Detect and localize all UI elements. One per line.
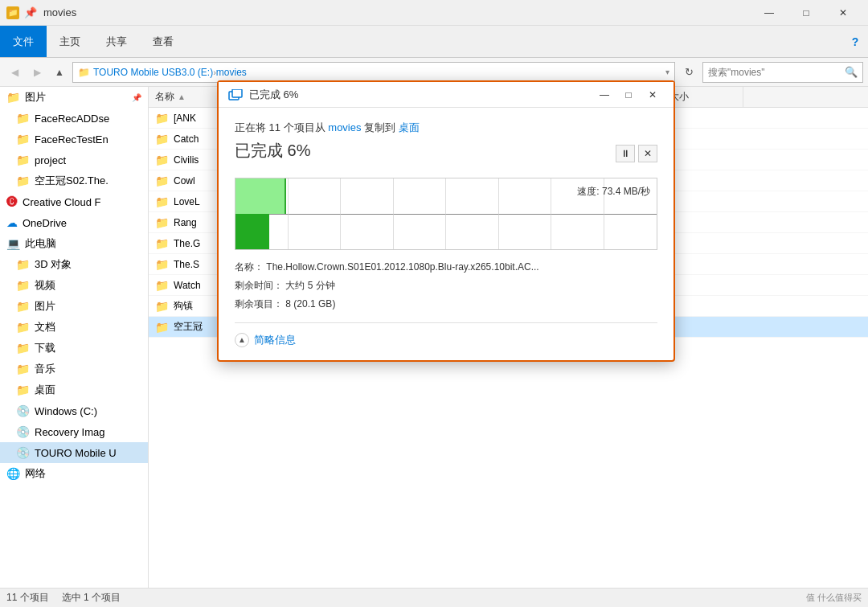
file-name: Watch [174, 280, 201, 291]
forward-button[interactable]: ▶ [27, 63, 47, 82]
sidebar-item-onedrive[interactable]: ☁ OneDrive [0, 212, 148, 233]
sidebar-item-videos[interactable]: 📁 视频 [0, 275, 148, 296]
sidebar-item-label: 下载 [35, 341, 55, 355]
help-button[interactable]: ? [842, 26, 868, 57]
sidebar-item-facerecaddse[interactable]: 📁 FaceRecADDse [0, 108, 148, 129]
dialog-items-row: 剩余项目： 8 (20.1 GB) [235, 297, 657, 312]
progress-bar-bottom [235, 214, 269, 249]
sidebar-item-facerectesten[interactable]: 📁 FaceRecTestEn [0, 129, 148, 150]
folder-icon: 📁 [78, 67, 90, 78]
dialog-title-text: 已完成 6% [249, 88, 593, 102]
address-path-segment1: TOURO Mobile USB3.0 (E:) [93, 67, 213, 78]
address-box[interactable]: 📁 TOURO Mobile USB3.0 (E:) › movies ▾ [72, 62, 675, 83]
pause-button[interactable]: ⏸ [616, 145, 635, 162]
folder-icon: 📁 [155, 154, 169, 166]
sidebar-item-downloads[interactable]: 📁 下载 [0, 338, 148, 359]
selected-info: 选中 1 个项目 [62, 591, 121, 605]
file-name: The.S [174, 259, 199, 270]
dialog-maximize-button[interactable]: □ [617, 86, 640, 104]
tab-share[interactable]: 共享 [93, 26, 140, 57]
back-button[interactable]: ◀ [5, 63, 24, 82]
grid-cell [394, 215, 447, 250]
source-link[interactable]: movies [328, 121, 361, 133]
tab-file[interactable]: 文件 [0, 26, 47, 57]
refresh-button[interactable]: ↻ [678, 62, 699, 83]
sidebar-item-project[interactable]: 📁 project [0, 150, 148, 170]
copy-main-text: 正在将 11 个项目从 [235, 121, 326, 133]
file-name: Rang [174, 217, 197, 228]
sidebar-item-windows-c[interactable]: 💿 Windows (C:) [0, 400, 148, 421]
tab-home-label: 主页 [59, 35, 80, 49]
tab-file-label: 文件 [13, 35, 34, 49]
minimize-button[interactable]: — [751, 0, 788, 26]
sidebar-item-label: 图片 [25, 90, 46, 105]
sidebar-item-images[interactable]: 📁 图片 [0, 296, 148, 317]
drive-icon: 💿 [16, 446, 30, 459]
folder-icon: 📁 [155, 174, 169, 187]
folder-icon: 📁 [155, 258, 169, 271]
maximize-button[interactable]: □ [788, 0, 825, 26]
up-button[interactable]: ▲ [50, 63, 69, 82]
file-name: The.G [174, 238, 200, 249]
grid-cell [289, 178, 342, 215]
file-name: LoveL [174, 196, 200, 207]
folder-icon: 📁 [155, 279, 169, 292]
sidebar: 📁 图片 📌 📁 FaceRecADDse 📁 FaceRecTestEn 📁 … [0, 87, 149, 588]
dialog-filename-row: 名称： The.Hollow.Crown.S01E01.2012.1080p.B… [235, 260, 657, 275]
help-icon: ? [852, 35, 859, 48]
tab-home[interactable]: 主页 [47, 26, 93, 57]
network-icon: 🌐 [6, 467, 20, 480]
file-name: Civilis [174, 154, 199, 166]
sidebar-item-touro[interactable]: 💿 TOURO Mobile U [0, 442, 148, 463]
title-bar-icons: 📁 📌 [6, 6, 37, 19]
grid-cell [604, 215, 657, 250]
col-header-size[interactable]: 大小 [663, 87, 743, 107]
cancel-button[interactable]: ✕ [638, 145, 657, 162]
file-name: 空王冠 [174, 320, 203, 334]
sidebar-item-creative-cloud[interactable]: 🅒 Creative Cloud F [0, 191, 148, 212]
dialog-close-button[interactable]: ✕ [641, 86, 664, 104]
grid-cell [551, 215, 604, 250]
sidebar-item-documents[interactable]: 📁 文档 [0, 317, 148, 338]
speed-label: 速度: 73.4 MB/秒 [577, 185, 650, 199]
dropdown-arrow[interactable]: ▾ [665, 68, 669, 76]
folder-icon: 📁 [16, 342, 30, 355]
search-box[interactable]: 🔍 [702, 62, 863, 83]
pin-icon: 📌 [24, 6, 37, 18]
tab-view[interactable]: 查看 [140, 26, 186, 57]
sidebar-item-label: FaceRecADDse [35, 113, 109, 125]
sidebar-item-label: FaceRecTestEn [35, 133, 108, 146]
sidebar-item-desktop[interactable]: 📁 桌面 [0, 379, 148, 400]
sidebar-item-label: OneDrive [23, 217, 67, 229]
close-button[interactable]: ✕ [825, 0, 862, 26]
dialog-detail-section[interactable]: ▲ 简略信息 [235, 322, 657, 347]
sidebar-item-label: 空王冠S02.The. [35, 174, 108, 188]
dialog-minimize-button[interactable]: — [593, 86, 616, 104]
sidebar-item-label: 此电脑 [25, 236, 56, 251]
window-icon: 📁 [6, 6, 19, 19]
pin-indicator: 📌 [132, 93, 141, 102]
drive-icon: 💿 [16, 404, 30, 417]
sidebar-item-label: 音乐 [35, 362, 55, 376]
folder-icon: 📁 [16, 258, 30, 271]
sidebar-item-kongwang[interactable]: 📁 空王冠S02.The. [0, 170, 148, 191]
address-path-segment2: movies [216, 67, 247, 78]
dest-link[interactable]: 桌面 [399, 121, 420, 133]
progress-bar-top [235, 178, 286, 214]
sort-icon: ▲ [178, 92, 186, 101]
search-input[interactable] [708, 67, 841, 78]
sidebar-item-network[interactable]: 🌐 网络 [0, 463, 148, 484]
sidebar-item-music[interactable]: 📁 音乐 [0, 359, 148, 379]
time-label: 剩余时间： [235, 280, 283, 291]
tab-share-label: 共享 [106, 35, 127, 49]
col-name-label: 名称 [155, 90, 174, 104]
sidebar-item-3d[interactable]: 📁 3D 对象 [0, 254, 148, 275]
sidebar-item-this-pc[interactable]: 💻 此电脑 [0, 233, 148, 254]
grid-cell [394, 178, 447, 215]
sidebar-item-recovery[interactable]: 💿 Recovery Imag [0, 421, 148, 442]
expand-icon: ▲ [235, 333, 249, 347]
items-value: 8 (20.1 GB) [285, 298, 335, 310]
sidebar-item-pictures[interactable]: 📁 图片 📌 [0, 87, 148, 108]
grid-cell [341, 178, 394, 215]
copy-dialog: 已完成 6% — □ ✕ 正在将 11 个项目从 movies 复制到 桌面 已… [217, 80, 675, 362]
